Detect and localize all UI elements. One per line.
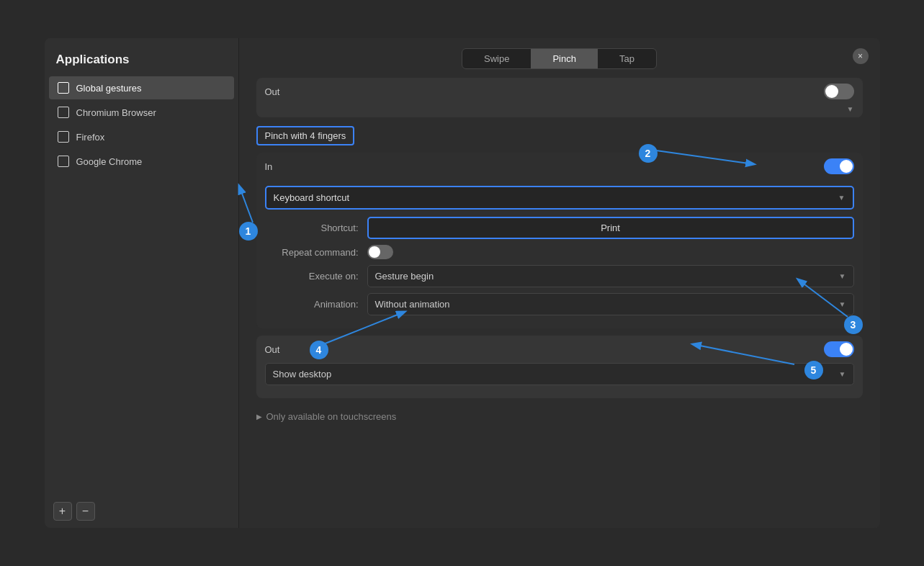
repeat-toggle-knob [369, 246, 380, 258]
animation-label: Animation: [265, 299, 359, 310]
out-top-toggle[interactable] [824, 84, 854, 99]
repeat-toggle[interactable] [367, 245, 393, 259]
sidebar-item-firefox[interactable]: Firefox [49, 125, 234, 148]
note-arrow: ▶ [256, 413, 262, 421]
app-icon-chromium [58, 107, 69, 118]
sidebar-item-label: Firefox [76, 132, 105, 143]
repeat-label: Repeat command: [265, 247, 359, 258]
app-icon-firefox [58, 131, 69, 143]
sidebar-bottom-buttons: + − [45, 495, 238, 528]
out-section: Out Show desktop ▼ [256, 336, 863, 398]
out-section-body: Show desktop ▼ [256, 363, 863, 398]
sidebar: Applications Global gestures Chromium Br… [45, 38, 239, 528]
repeat-command-row: Repeat command: [265, 245, 854, 259]
animation-row: Animation: Without animation ▼ [265, 293, 854, 315]
execute-on-dropdown[interactable]: Gesture begin ▼ [367, 265, 854, 287]
sidebar-item-global-gestures[interactable]: Global gestures [49, 76, 234, 99]
in-label: In [265, 161, 273, 172]
animation-value: Without animation [375, 299, 450, 310]
out-label: Out [265, 344, 280, 355]
section-title: Pinch with 4 fingers [256, 126, 355, 145]
pinch-with-4-fingers-title-box: Pinch with 4 fingers [256, 126, 863, 153]
tab-tap[interactable]: Tap [598, 49, 656, 68]
only-available-note[interactable]: ▶ Only available on touchscreens [256, 407, 863, 426]
execute-label: Execute on: [265, 271, 359, 282]
pinch-out-top-header: Out [256, 78, 863, 105]
in-subsection-body: Keyboard shortcut ▼ Shortcut: Print [256, 180, 863, 328]
tab-group: Swipe Pinch Tap [462, 48, 657, 69]
action-type-arrow: ▼ [838, 194, 845, 202]
add-application-button[interactable]: + [53, 502, 72, 521]
close-button[interactable]: × [853, 48, 869, 64]
show-desktop-arrow: ▼ [839, 370, 846, 378]
out-top-expand-icon[interactable]: ▼ [847, 105, 854, 113]
sidebar-title: Applications [45, 38, 238, 76]
animation-arrow: ▼ [839, 300, 846, 308]
sidebar-item-chromium[interactable]: Chromium Browser [49, 101, 234, 124]
execute-on-row: Execute on: Gesture begin ▼ [265, 265, 854, 287]
execute-arrow: ▼ [839, 272, 846, 280]
out-top-toggle-knob [825, 85, 838, 98]
sidebar-item-label: Global gestures [76, 83, 142, 94]
pinch-top-section: Out ▼ [256, 78, 863, 117]
in-subsection-header: In [256, 153, 863, 180]
sidebar-item-google-chrome[interactable]: Google Chrome [49, 150, 234, 173]
tab-bar: Swipe Pinch Tap × [239, 38, 880, 69]
out-section-header: Out [256, 336, 863, 363]
out-toggle[interactable] [824, 341, 854, 357]
tab-pinch[interactable]: Pinch [531, 49, 598, 68]
in-toggle-knob [840, 160, 853, 173]
remove-application-button[interactable]: − [76, 502, 95, 521]
out-toggle-knob [840, 343, 853, 356]
execute-value: Gesture begin [375, 271, 434, 282]
shortcut-label: Shortcut: [265, 223, 359, 233]
in-subsection: In Keyboard shortcut ▼ [256, 153, 863, 328]
show-desktop-value: Show desktop [273, 369, 332, 379]
app-icon-chrome [58, 156, 69, 167]
tab-swipe[interactable]: Swipe [462, 49, 531, 68]
action-type-dropdown[interactable]: Keyboard shortcut ▼ [265, 186, 854, 210]
in-toggle[interactable] [824, 158, 854, 174]
main-content: Swipe Pinch Tap × Out [239, 38, 880, 528]
show-desktop-dropdown[interactable]: Show desktop ▼ [265, 363, 854, 385]
out-top-label: Out [265, 86, 280, 97]
sidebar-item-label: Google Chrome [76, 156, 143, 167]
action-type-value: Keyboard shortcut [274, 192, 350, 203]
scroll-area: Out ▼ Pinch with 4 [239, 69, 880, 528]
animation-dropdown[interactable]: Without animation ▼ [367, 293, 854, 315]
app-icon-global [58, 82, 69, 94]
shortcut-display[interactable]: Print [367, 217, 854, 239]
shortcut-row: Shortcut: Print [265, 217, 854, 239]
sidebar-item-label: Chromium Browser [76, 107, 156, 118]
note-text: Only available on touchscreens [266, 411, 397, 422]
